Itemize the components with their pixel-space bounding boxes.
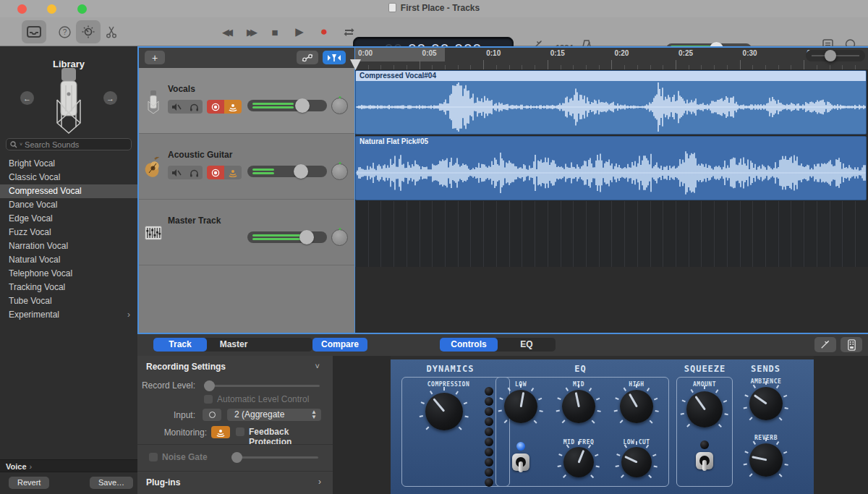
library-item[interactable]: Tube Vocal [0,294,137,308]
record-button[interactable]: ● [312,25,336,39]
eq-mid-knob[interactable] [562,390,595,423]
track-name[interactable]: Vocals [168,84,195,94]
compression-knob[interactable] [425,393,463,430]
pan-knob[interactable] [331,98,348,114]
smart-controls-button[interactable] [76,20,101,43]
record-level-slider[interactable] [204,385,320,387]
squeeze-power-led [700,440,709,449]
track-volume-thumb[interactable] [294,164,308,179]
tuner-panel-button[interactable] [814,337,836,352]
search-placeholder: Search Sounds [25,140,79,149]
track-volume-slider[interactable] [247,166,327,177]
library-item[interactable]: Edge Vocal [0,212,137,226]
track-volume-thumb[interactable] [295,98,310,113]
tab-controls[interactable]: Controls [440,338,498,352]
squeeze-toggle-switch[interactable] [694,451,715,472]
record-level-thumb[interactable] [204,380,215,391]
eq-low-knob[interactable] [504,390,537,423]
noise-gate-slider[interactable] [231,456,318,459]
track-volume-slider[interactable] [247,100,327,111]
plugins-row[interactable]: Plug-ins › [137,472,333,494]
input-device-select[interactable]: 2 (Aggregate ▲▼ [227,409,321,421]
mid-freq-knob[interactable] [563,447,594,477]
pan-knob[interactable] [331,229,348,246]
quick-help-button[interactable]: ? [56,20,72,43]
noise-gate-thumb[interactable] [231,452,242,463]
title-bar: First Place - Tracks [0,0,868,17]
track-volume-thumb[interactable] [299,230,314,244]
zoom-slider-thumb[interactable] [825,50,836,61]
rewind-button[interactable]: ◀◀ [213,27,238,38]
revert-button[interactable]: Revert [9,477,49,489]
editor-button[interactable] [103,20,119,43]
eq-high-knob[interactable] [620,390,653,423]
track-name[interactable]: Master Track [168,216,221,226]
reverb-knob[interactable] [749,443,783,477]
catch-playhead-button[interactable] [323,51,346,64]
tab-eq[interactable]: EQ [498,338,556,352]
stop-button[interactable]: ■ [263,26,287,38]
track-volume-slider[interactable] [247,231,327,243]
remote-keyboard-button[interactable] [841,337,862,352]
record-enable-icon [211,169,220,177]
low-cut-knob[interactable] [621,447,652,477]
library-item[interactable]: Telephone Vocal [0,267,137,281]
library-patch-list: Bright VocalClassic VocalCompressed Voca… [0,157,137,322]
region-natural-flat-pick[interactable]: Natural Flat Pick#05 [355,136,867,200]
library-next-button[interactable]: → [103,91,117,105]
region-compressed-vocal[interactable]: Compressed Vocal#04 [355,70,867,135]
library-toggle-button[interactable] [22,20,46,43]
track-row-vocals[interactable]: Vocals [139,68,354,134]
feedback-protection-checkbox[interactable] [236,427,244,436]
library-prev-button[interactable]: ← [20,91,34,105]
amount-knob[interactable] [686,391,723,427]
track-row-master[interactable]: Master Track [139,200,354,265]
record-enable-button[interactable] [207,100,224,114]
library-item[interactable]: Narration Vocal [0,239,137,253]
solo-button[interactable] [185,100,203,114]
eq-toggle-switch[interactable] [510,452,532,474]
monitoring-toggle-button[interactable] [211,426,230,438]
gain-reduction-led [485,458,493,467]
noise-gate-checkbox[interactable] [149,453,158,461]
record-enable-button[interactable] [207,166,224,179]
input-monitoring-icon [228,169,238,177]
library-item[interactable]: Experimental› [0,308,137,322]
time-ruler[interactable]: 0:000:050:100:150:200:250:300:350:40 [355,48,868,69]
play-button[interactable]: ▶ [287,25,312,38]
collapse-chevron-icon[interactable]: ˅ [315,362,320,370]
add-track-button[interactable]: + [145,51,165,64]
recording-settings-header[interactable]: Recording Settings [146,362,226,372]
mute-button[interactable] [168,166,185,179]
search-scope-chevron-icon[interactable]: ˅ [20,142,22,147]
auto-level-checkbox[interactable] [204,395,213,404]
library-item[interactable]: Fuzz Vocal [0,226,137,239]
ruler-time-label: 0:20 [614,49,629,57]
save-button[interactable]: Save… [90,477,133,489]
search-sounds-field[interactable]: ˅ Search Sounds [6,138,132,150]
tab-track[interactable]: Track [153,338,207,352]
tab-master[interactable]: Master [207,338,260,352]
input-monitoring-button[interactable] [224,100,242,114]
input-format-button[interactable] [203,409,221,421]
library-item[interactable]: Dance Vocal [0,198,137,212]
library-item[interactable]: Tracking Vocal [0,281,137,294]
mute-button[interactable] [168,100,185,114]
library-item[interactable]: Natural Vocal [0,253,137,267]
input-monitoring-button[interactable] [224,166,242,179]
ambience-knob[interactable] [749,387,783,420]
library-item[interactable]: Classic Vocal [0,171,137,184]
automation-button[interactable] [297,51,318,64]
library-category-voice[interactable]: Voice› [0,459,137,472]
plugins-chevron-icon[interactable]: › [318,477,321,487]
track-name[interactable]: Acoustic Guitar [168,150,232,160]
solo-button[interactable] [185,166,203,179]
library-item[interactable]: Bright Vocal [0,157,137,171]
zoom-slider[interactable] [806,50,865,61]
library-item[interactable]: Compressed Vocal [0,184,137,198]
track-row-acoustic-guitar[interactable]: Acoustic Guitar [139,134,354,200]
pan-knob[interactable] [331,163,348,180]
compare-button[interactable]: Compare [312,338,367,352]
forward-button[interactable]: ▶▶ [238,27,263,38]
cycle-button[interactable] [336,27,361,38]
